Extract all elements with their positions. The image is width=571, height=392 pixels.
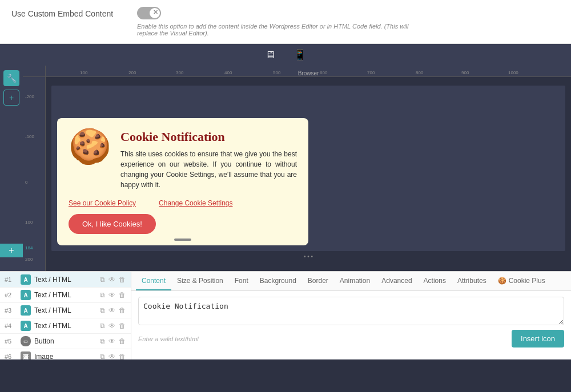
toggle-x-icon: ✕ — [153, 9, 158, 16]
layer-type-icon-4: A — [21, 321, 31, 331]
ruler-mark-800: 800 — [416, 70, 423, 75]
cookie-notification-popup: 🍪 Cookie Notification This site uses coo… — [57, 118, 308, 245]
tab-animation[interactable]: Animation — [334, 272, 376, 290]
layer-item-4[interactable]: #4 A Text / HTML ⧉ 👁 🗑 — [0, 318, 131, 334]
layer-eye-2[interactable]: 👁 — [108, 290, 116, 300]
canvas-dots: • • • — [51, 251, 565, 262]
cookie-plus-label: Cookie Plus — [509, 277, 545, 285]
editor-hint: Enter a valid text/html — [138, 336, 199, 342]
layer-actions-5: ⧉ 👁 🗑 — [99, 337, 126, 346]
layer-item-5[interactable]: #5 ▭ Button ⧉ 👁 🗑 — [0, 334, 131, 349]
layer-item-3[interactable]: #3 A Text / HTML ⧉ 👁 🗑 — [0, 303, 131, 318]
tab-font[interactable]: Font — [229, 272, 254, 290]
ruler-mark-200v: 200 — [25, 257, 33, 262]
ruler-mark-600: 600 — [320, 70, 327, 75]
ruler-mark-400: 400 — [224, 70, 232, 75]
layer-actions-4: ⧉ 👁 🗑 — [99, 321, 126, 330]
browser-label: Browser — [298, 70, 319, 76]
tab-size-position[interactable]: Size & Position — [171, 272, 229, 290]
layer-actions-2: ⧉ 👁 🗑 — [99, 290, 126, 300]
layer-delete-6[interactable]: 🗑 — [118, 352, 126, 359]
layer-num-4: #4 — [5, 322, 17, 329]
tool-button-1[interactable]: 🔧 — [3, 70, 19, 86]
layer-type-icon-2: A — [21, 290, 31, 300]
layer-type-icon-6: 🖼 — [21, 351, 31, 359]
cookie-links: See our Cookie Policy Change Cookie Sett… — [69, 199, 297, 207]
ruler-mark-300: 300 — [176, 70, 183, 75]
layer-name-2: Text / HTML — [34, 291, 96, 299]
tab-cookie-plus[interactable]: 🍪 Cookie Plus — [492, 272, 551, 290]
layer-copy-6[interactable]: ⧉ — [99, 352, 106, 359]
cookie-accept-button[interactable]: Ok, I like Cookies! — [69, 214, 156, 234]
custom-embed-hint: Enable this option to add the content in… — [137, 23, 423, 37]
layer-item-1[interactable]: #1 A Text / HTML ⧉ 👁 🗑 — [0, 272, 131, 288]
left-toolbar: 🔧 + — [0, 66, 23, 271]
layer-item-2[interactable]: #2 A Text / HTML ⧉ 👁 🗑 — [0, 288, 131, 303]
layer-type-icon-1: A — [21, 274, 31, 285]
layer-name-6: Image — [34, 353, 96, 359]
editor-footer: Enter a valid text/html Insert icon — [138, 330, 564, 347]
ruler-mark-184: 184 — [25, 245, 33, 250]
canvas-content: 🍪 Cookie Notification This site uses coo… — [46, 77, 571, 271]
tab-actions[interactable]: Actions — [418, 272, 452, 290]
layer-copy-2[interactable]: ⧉ — [99, 290, 106, 300]
layer-delete-5[interactable]: 🗑 — [118, 337, 126, 346]
layer-actions-1: ⧉ 👁 🗑 — [99, 275, 126, 284]
bottom-panel: #1 A Text / HTML ⧉ 👁 🗑 #2 A Text / HTML … — [0, 271, 571, 359]
layer-item-6[interactable]: #6 🖼 Image ⧉ 👁 🗑 — [0, 349, 131, 359]
mobile-icon[interactable]: 📱 — [290, 47, 309, 62]
editor-tabs: Content Size & Position Font Background … — [131, 272, 571, 291]
layer-num-1: #1 — [5, 276, 17, 283]
custom-embed-toggle[interactable]: ✕ — [137, 7, 161, 19]
ruler-mark-neg200: -200 — [25, 94, 34, 99]
layer-delete-2[interactable]: 🗑 — [118, 290, 126, 300]
cookie-plus-icon: 🍪 — [498, 277, 506, 285]
layer-delete-3[interactable]: 🗑 — [118, 306, 126, 315]
layer-name-1: Text / HTML — [34, 276, 96, 284]
scroll-indicator — [174, 239, 191, 241]
ruler-mark-1000: 1000 — [508, 70, 518, 75]
layer-num-6: #6 — [5, 353, 17, 359]
layer-actions-3: ⧉ 👁 🗑 — [99, 306, 126, 315]
add-button[interactable]: + — [3, 90, 19, 106]
layer-copy-4[interactable]: ⧉ — [99, 321, 106, 330]
tab-attributes[interactable]: Attributes — [452, 272, 492, 290]
tab-border[interactable]: Border — [302, 272, 334, 290]
tab-content[interactable]: Content — [136, 272, 171, 290]
layer-delete-1[interactable]: 🗑 — [118, 275, 126, 284]
device-bar: 🖥 📱 — [0, 44, 571, 66]
editor-content: Cookie Notification Enter a valid text/h… — [131, 291, 571, 359]
ruler-mark-500: 500 — [273, 70, 280, 75]
layer-type-icon-3: A — [21, 305, 31, 316]
cookie-icon: 🍪 — [69, 130, 111, 164]
layer-eye-6[interactable]: 👁 — [108, 352, 116, 359]
change-settings-link[interactable]: Change Cookie Settings — [159, 199, 232, 207]
ruler-mark-0: 0 — [25, 180, 27, 185]
ruler-horizontal: 100 200 300 400 500 600 700 800 900 1000… — [46, 66, 571, 77]
layer-type-icon-5: ▭ — [21, 336, 31, 346]
layer-eye-4[interactable]: 👁 — [108, 321, 116, 330]
content-textarea[interactable]: Cookie Notification — [138, 297, 564, 325]
cookie-policy-link[interactable]: See our Cookie Policy — [69, 199, 136, 207]
top-bar: Use Custom Embed Content ✕ Enable this o… — [0, 0, 571, 44]
layer-name-3: Text / HTML — [34, 306, 96, 314]
desktop-icon[interactable]: 🖥 — [262, 48, 279, 62]
insert-icon-button[interactable]: Insert icon — [512, 330, 564, 347]
layer-eye-5[interactable]: 👁 — [108, 337, 116, 346]
custom-embed-label: Use Custom Embed Content — [11, 7, 126, 18]
ruler-mark-700: 700 — [367, 70, 375, 75]
cookie-text-area: Cookie Notification This site uses cooki… — [120, 130, 297, 190]
add-layer-button[interactable]: + — [0, 244, 23, 257]
tab-background[interactable]: Background — [254, 272, 302, 290]
layer-delete-4[interactable]: 🗑 — [118, 321, 126, 330]
layer-eye-1[interactable]: 👁 — [108, 275, 116, 284]
ruler-mark-200: 200 — [128, 70, 136, 75]
ruler-mark-900: 900 — [461, 70, 469, 75]
layer-eye-3[interactable]: 👁 — [108, 306, 116, 315]
ruler-mark-neg100: -100 — [25, 134, 34, 139]
layer-copy-3[interactable]: ⧉ — [99, 306, 106, 315]
layer-copy-5[interactable]: ⧉ — [99, 337, 106, 346]
layer-copy-1[interactable]: ⧉ — [99, 275, 106, 284]
ruler-mark-100: 100 — [80, 70, 87, 75]
tab-advanced[interactable]: Advanced — [376, 272, 417, 290]
